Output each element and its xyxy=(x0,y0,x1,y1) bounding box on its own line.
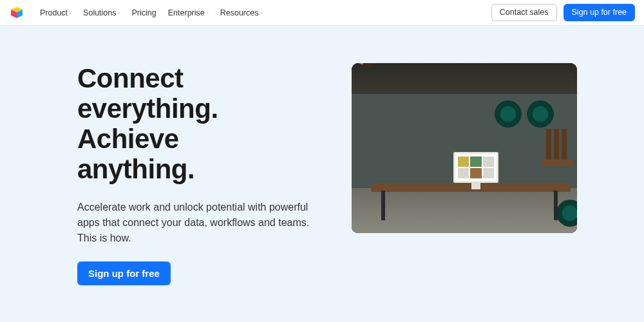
fabric-roll-icon xyxy=(495,100,522,128)
chevron-right-icon: › xyxy=(70,10,71,16)
hero-subhead: Accelerate work and unlock potential wit… xyxy=(77,200,322,246)
nav-label: Resources xyxy=(220,8,259,17)
hero-section: Connect everything. Achieve anything. Ac… xyxy=(0,26,644,322)
nav-item-pricing[interactable]: Pricing xyxy=(132,8,156,17)
nav-left: Product › Solutions › Pricing Enterprise… xyxy=(9,5,262,21)
hero-headline: Connect everything. Achieve anything. xyxy=(77,63,335,184)
scene-floor xyxy=(352,188,577,233)
nav-label: Product xyxy=(40,8,68,17)
scene-ceiling xyxy=(352,63,577,94)
desk xyxy=(371,183,571,192)
brand-logo-icon[interactable] xyxy=(9,5,24,21)
nav-right: Contact sales Sign up for free xyxy=(491,4,635,21)
signup-button-nav[interactable]: Sign up for free xyxy=(564,4,635,21)
wooden-chair xyxy=(542,129,573,174)
chevron-right-icon: › xyxy=(118,10,120,16)
hero-text-block: Connect everything. Achieve anything. Ac… xyxy=(77,63,335,322)
contact-sales-button[interactable]: Contact sales xyxy=(491,4,557,21)
nav-label: Pricing xyxy=(132,8,156,17)
chevron-right-icon: › xyxy=(260,10,262,16)
monitor-icon xyxy=(453,152,498,183)
nav-item-resources[interactable]: Resources › xyxy=(220,8,263,17)
desk-leg xyxy=(554,191,558,220)
desk-leg xyxy=(381,191,385,220)
fabric-roll-icon xyxy=(527,100,554,128)
signup-button-hero[interactable]: Sign up for free xyxy=(77,261,171,285)
monitor-screen xyxy=(456,155,496,180)
chevron-right-icon: › xyxy=(207,10,209,16)
hero-image xyxy=(352,63,577,233)
top-navbar: Product › Solutions › Pricing Enterprise… xyxy=(0,0,644,26)
nav-item-product[interactable]: Product › xyxy=(40,8,71,17)
nav-item-enterprise[interactable]: Enterprise › xyxy=(168,8,209,17)
nav-label: Solutions xyxy=(83,8,116,17)
nav-label: Enterprise xyxy=(168,8,205,17)
nav-item-solutions[interactable]: Solutions › xyxy=(83,8,120,17)
